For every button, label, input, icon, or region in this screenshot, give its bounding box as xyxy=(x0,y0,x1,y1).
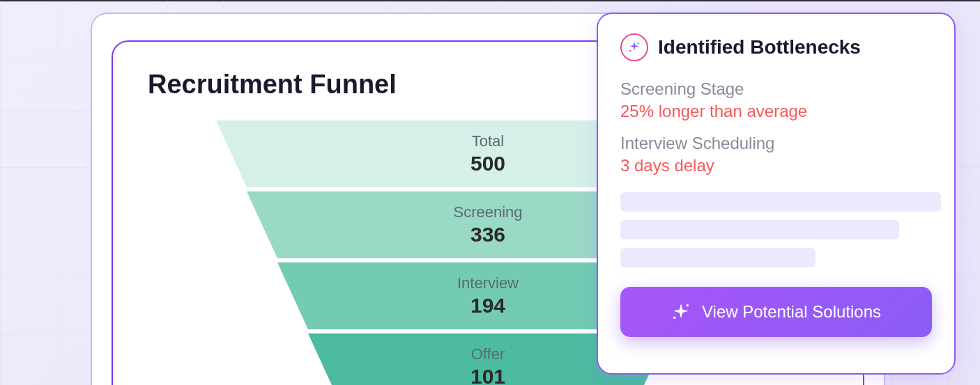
placeholder-bar xyxy=(620,192,941,212)
bottleneck-item: Interview Scheduling3 days delay xyxy=(620,134,932,175)
panel-header: Identified Bottlenecks xyxy=(620,33,932,61)
sparkle-icon xyxy=(671,302,691,322)
placeholder-bar xyxy=(620,220,899,239)
sparkle-icon xyxy=(620,33,648,61)
stage-value: 336 xyxy=(470,223,505,246)
panel-title: Identified Bottlenecks xyxy=(658,36,861,58)
placeholder-bars xyxy=(620,192,932,267)
bottleneck-value: 3 days delay xyxy=(620,156,932,175)
stage-label: Offer xyxy=(471,345,505,363)
bottleneck-value: 25% longer than average xyxy=(620,102,932,121)
stage-value: 194 xyxy=(470,294,505,317)
view-solutions-button[interactable]: View Potential Solutions xyxy=(620,287,932,337)
placeholder-bar xyxy=(620,248,816,267)
svg-point-6 xyxy=(687,304,689,307)
bottleneck-list: Screening Stage25% longer than averageIn… xyxy=(620,79,932,175)
stage-value: 101 xyxy=(470,365,505,385)
stage-value: 500 xyxy=(470,152,505,175)
stage-label: Screening xyxy=(453,203,522,221)
svg-point-5 xyxy=(629,50,631,52)
bottlenecks-panel: Identified Bottlenecks Screening Stage25… xyxy=(597,13,956,375)
svg-point-7 xyxy=(673,316,676,319)
stage-label: Total xyxy=(472,132,504,150)
bottleneck-item: Screening Stage25% longer than average xyxy=(620,79,932,121)
bottleneck-label: Screening Stage xyxy=(620,79,932,99)
stage-label: Interview xyxy=(457,274,519,292)
bottleneck-label: Interview Scheduling xyxy=(620,134,932,153)
svg-point-4 xyxy=(638,42,640,45)
cta-label: View Potential Solutions xyxy=(702,302,881,322)
